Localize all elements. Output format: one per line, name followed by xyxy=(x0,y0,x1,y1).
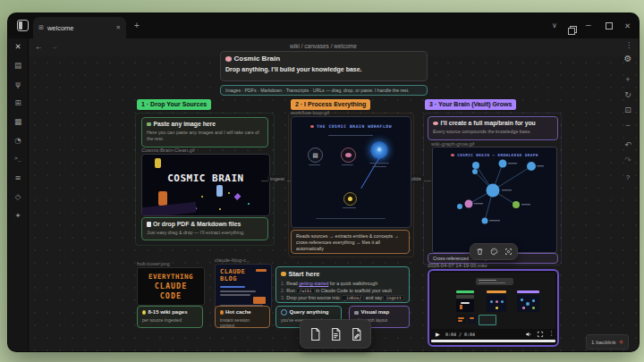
new-tab-button[interactable]: + xyxy=(134,21,140,30)
formats-card[interactable]: Images · PDFs · Markdown · Transcripts ·… xyxy=(220,85,428,96)
zoom-to-fit-icon[interactable]: ⊡ xyxy=(621,105,635,114)
canvas-settings-gear-icon[interactable]: ⚙ xyxy=(621,54,635,63)
reset-zoom-icon[interactable]: ↻ xyxy=(621,90,635,99)
file-text-icon[interactable] xyxy=(330,327,342,341)
canvas-icon[interactable]: ⊞ xyxy=(8,98,28,107)
undo-icon[interactable]: ↶ xyxy=(621,140,635,149)
breadcrumb[interactable]: wiki / canvases / welcome xyxy=(8,43,639,49)
group-label-brain-grows[interactable]: 3 · Your Brain (Vault) Grows xyxy=(425,99,516,110)
pixel-figure-blue xyxy=(216,185,223,197)
daily-note-icon[interactable]: ▦ xyxy=(8,117,28,126)
terminal-icon[interactable]: >_ xyxy=(8,155,28,162)
step-text: Read xyxy=(286,281,299,286)
video-player[interactable]: ▶ 0:04 / 0:04 ⋮ xyxy=(428,269,559,347)
paste-image-card[interactable]: Paste any image here Here you can paste … xyxy=(141,117,268,147)
pdf-markdown-card[interactable]: Or drop PDF & Markdown files Just easy d… xyxy=(141,217,268,240)
start-here-card[interactable]: Start here 1.Read getting-started for a … xyxy=(275,266,410,303)
logo-x-icon[interactable]: ✕ xyxy=(8,42,28,51)
file-blank-icon[interactable] xyxy=(309,327,321,341)
workflow-footer-line xyxy=(316,218,386,219)
file-edit-icon[interactable] xyxy=(351,327,362,341)
backlink-icon: ✳ xyxy=(619,339,623,346)
mini-pill-purple xyxy=(517,290,539,293)
canvas-tab-icon: ⊞ xyxy=(38,24,44,31)
sidebar-toggle-icon[interactable] xyxy=(17,20,29,31)
stat-body: per source ingested xyxy=(142,317,198,324)
tab-title: welcome xyxy=(47,24,113,32)
play-button[interactable]: ▶ xyxy=(436,331,440,337)
pixel-ground xyxy=(142,202,196,216)
file-label: claude-blog-c... xyxy=(215,257,250,263)
ribbon: ✕ ▤ ψ ⊞ ▦ ◔ >_ ≡ ◇ ✦ xyxy=(8,38,29,351)
map-brain-card[interactable]: I'll create a full map/brain for you Eve… xyxy=(428,116,558,140)
tab-welcome[interactable]: ⊞ welcome ✕ xyxy=(33,17,126,38)
stat-title: Query anything xyxy=(290,309,329,316)
volume-icon[interactable] xyxy=(525,331,532,338)
stacked-tabs-icon[interactable] xyxy=(568,26,576,34)
cosmic-brain-image-card[interactable]: COSMIC BRAIN xyxy=(141,154,270,216)
file-label: Cosmic-Brain-Clean.gif xyxy=(141,147,195,153)
zoom-out-icon[interactable]: − xyxy=(621,121,635,130)
workflow-subtitle-line xyxy=(328,135,373,136)
graph-view-icon[interactable]: ψ xyxy=(8,80,28,88)
workflow-node-document-icon: ▤ xyxy=(308,147,323,163)
zoom-to-node-icon[interactable] xyxy=(504,248,513,256)
delete-icon[interactable] xyxy=(476,248,484,256)
color-palette-icon[interactable] xyxy=(490,248,498,256)
status-backlinks-badge[interactable]: 1 backlink ✳ xyxy=(586,334,629,349)
tab-close-icon[interactable]: ✕ xyxy=(116,24,121,31)
checklist-icon[interactable]: ≡ xyxy=(8,173,28,182)
step-text: for a quick walkthrough xyxy=(328,281,377,286)
zoom-in-icon[interactable]: + xyxy=(621,75,635,84)
redo-icon[interactable]: ↷ xyxy=(621,156,635,164)
process-caption-card[interactable]: Reads sources → extracts entities & conc… xyxy=(291,230,410,254)
blog-link-line xyxy=(220,286,245,288)
process-caption-text: Reads sources → extracts entities & conc… xyxy=(296,233,404,252)
window-close-button[interactable]: ✕ xyxy=(624,21,631,30)
lamp-icon[interactable]: ◇ xyxy=(8,192,28,201)
mini-workflow xyxy=(487,295,506,312)
stat-card-hot-cache[interactable]: Hot cache instant session context xyxy=(215,306,270,328)
map-card-body: Every source compounds the knowledge bas… xyxy=(433,129,553,135)
pointer-icon xyxy=(281,272,286,276)
blog-cover-card[interactable]: CLAUDE BLOG xyxy=(215,264,272,311)
video-menu-kebab-icon[interactable]: ⋮ xyxy=(548,330,555,337)
file-label: hub-cover.png xyxy=(137,261,170,266)
pixel-stars xyxy=(201,196,203,198)
maximize-button[interactable] xyxy=(606,22,613,29)
file-label: workflow-loop.gif xyxy=(291,110,329,115)
tab-list-chevron-icon[interactable]: ∨ xyxy=(552,21,557,29)
getting-started-link[interactable]: getting-started xyxy=(299,281,328,286)
workflow-image-card[interactable]: THE COSMIC BRAIN WORKFLOW ▤ ✳ xyxy=(291,116,411,228)
group-label-process[interactable]: 2 · I Process Everything xyxy=(291,99,370,110)
node-label-line xyxy=(342,164,353,165)
video-time: 0:04 / 0:04 xyxy=(445,332,475,337)
header-card[interactable]: Cosmic Brain Drop anything. I'll build y… xyxy=(220,51,428,81)
group-label-drop-sources[interactable]: 1 · Drop Your Sources xyxy=(137,99,211,110)
step-text: Drop your first source into xyxy=(286,295,341,300)
map-card-title: I'll create a full map/brain for you xyxy=(441,120,536,127)
start-step-3: 3.Drop your first source into _inbox/ an… xyxy=(281,294,404,301)
formats-text: Images · PDFs · Markdown · Transcripts ·… xyxy=(225,88,422,93)
stat-body: instant session context xyxy=(220,317,265,329)
history-icon[interactable]: ◔ xyxy=(8,136,28,145)
inline-code: ingest xyxy=(383,295,403,301)
sparkle-icon[interactable]: ✦ xyxy=(8,211,28,220)
blog-line: CLAUDE xyxy=(220,268,245,275)
new-note-icon[interactable]: ▤ xyxy=(8,61,28,70)
step-number: 3. xyxy=(281,295,284,300)
help-icon[interactable]: ? xyxy=(621,173,635,181)
more-options-icon[interactable]: ⋮ xyxy=(625,41,632,49)
edge-label-ingest[interactable]: ingest xyxy=(267,175,287,182)
video-progress-bar[interactable] xyxy=(431,340,555,342)
fullscreen-icon[interactable] xyxy=(537,331,544,338)
step-number: 1. xyxy=(281,281,284,286)
knowledge-graph-card[interactable]: COSMIC BRAIN — KNOWLEDGE GRAPH xyxy=(432,147,557,253)
blog-text-line xyxy=(220,290,256,292)
knowledge-graph xyxy=(433,147,556,252)
hub-cover-card[interactable]: EVERYTHING CLAUDE CODE xyxy=(137,267,205,306)
hub-line: EVERYTHING xyxy=(148,273,193,281)
step-number: 2. xyxy=(281,288,284,293)
stat-card-wiki-pages[interactable]: 8-15 wiki pages per source ingested xyxy=(137,306,203,328)
minimize-button[interactable]: – xyxy=(586,20,591,29)
